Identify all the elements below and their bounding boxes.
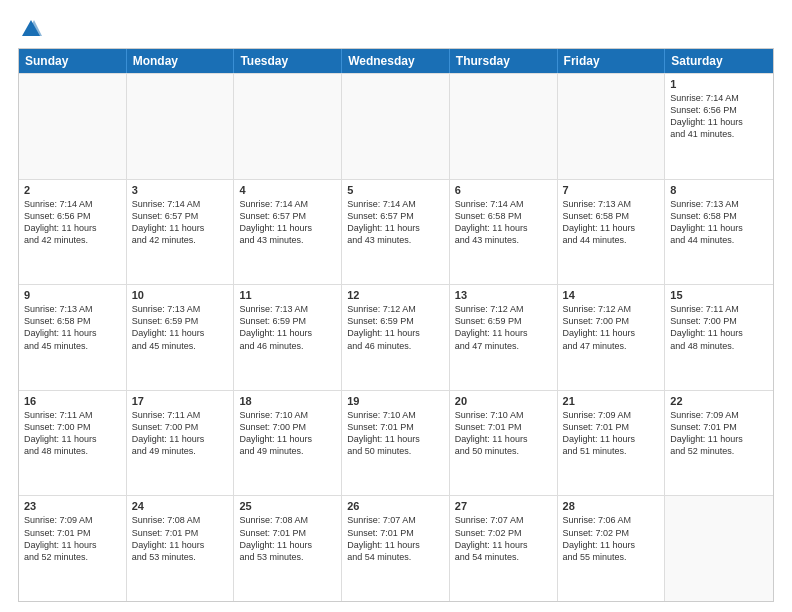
cell-info-line: Sunset: 7:00 PM — [670, 315, 768, 327]
day-number: 20 — [455, 395, 552, 407]
calendar-cell: 5Sunrise: 7:14 AMSunset: 6:57 PMDaylight… — [342, 180, 450, 285]
cell-info-line: Sunrise: 7:10 AM — [347, 409, 444, 421]
page: SundayMondayTuesdayWednesdayThursdayFrid… — [0, 0, 792, 612]
cell-info-line: and 45 minutes. — [24, 340, 121, 352]
calendar-header: SundayMondayTuesdayWednesdayThursdayFrid… — [19, 49, 773, 73]
cell-info-line: Daylight: 11 hours — [24, 433, 121, 445]
cell-info-line: Sunset: 7:02 PM — [455, 527, 552, 539]
calendar-cell — [450, 74, 558, 179]
day-number: 12 — [347, 289, 444, 301]
cell-info-line: Sunrise: 7:12 AM — [455, 303, 552, 315]
day-number: 19 — [347, 395, 444, 407]
calendar-cell: 23Sunrise: 7:09 AMSunset: 7:01 PMDayligh… — [19, 496, 127, 601]
calendar-week-2: 9Sunrise: 7:13 AMSunset: 6:58 PMDaylight… — [19, 284, 773, 390]
cell-info-line: Daylight: 11 hours — [239, 539, 336, 551]
cell-info-line: Daylight: 11 hours — [132, 222, 229, 234]
cell-info-line: Daylight: 11 hours — [455, 539, 552, 551]
cell-info-line: Sunset: 6:58 PM — [455, 210, 552, 222]
cell-info-line: Sunset: 7:00 PM — [239, 421, 336, 433]
logo-icon — [20, 18, 42, 40]
cell-info-line: Sunset: 6:59 PM — [455, 315, 552, 327]
day-number: 26 — [347, 500, 444, 512]
day-number: 1 — [670, 78, 768, 90]
cell-info-line: Daylight: 11 hours — [670, 222, 768, 234]
cell-info-line: Sunrise: 7:06 AM — [563, 514, 660, 526]
cell-info-line: Daylight: 11 hours — [24, 222, 121, 234]
day-number: 13 — [455, 289, 552, 301]
day-number: 10 — [132, 289, 229, 301]
cell-info-line: Daylight: 11 hours — [455, 222, 552, 234]
calendar-cell: 17Sunrise: 7:11 AMSunset: 7:00 PMDayligh… — [127, 391, 235, 496]
cell-info-line: Daylight: 11 hours — [563, 433, 660, 445]
calendar-week-4: 23Sunrise: 7:09 AMSunset: 7:01 PMDayligh… — [19, 495, 773, 601]
day-number: 25 — [239, 500, 336, 512]
day-number: 11 — [239, 289, 336, 301]
cell-info-line: Sunset: 6:59 PM — [132, 315, 229, 327]
day-number: 23 — [24, 500, 121, 512]
calendar-cell: 1Sunrise: 7:14 AMSunset: 6:56 PMDaylight… — [665, 74, 773, 179]
cell-info-line: Sunrise: 7:09 AM — [24, 514, 121, 526]
day-number: 18 — [239, 395, 336, 407]
cell-info-line: Sunrise: 7:09 AM — [670, 409, 768, 421]
calendar-cell: 8Sunrise: 7:13 AMSunset: 6:58 PMDaylight… — [665, 180, 773, 285]
cell-info-line: Sunrise: 7:11 AM — [24, 409, 121, 421]
day-header-friday: Friday — [558, 49, 666, 73]
calendar-week-0: 1Sunrise: 7:14 AMSunset: 6:56 PMDaylight… — [19, 73, 773, 179]
cell-info-line: Daylight: 11 hours — [132, 327, 229, 339]
cell-info-line: Sunrise: 7:08 AM — [239, 514, 336, 526]
calendar-cell: 9Sunrise: 7:13 AMSunset: 6:58 PMDaylight… — [19, 285, 127, 390]
cell-info-line: Sunrise: 7:14 AM — [132, 198, 229, 210]
cell-info-line: Daylight: 11 hours — [455, 433, 552, 445]
cell-info-line: and 46 minutes. — [347, 340, 444, 352]
cell-info-line: and 55 minutes. — [563, 551, 660, 563]
calendar-cell: 10Sunrise: 7:13 AMSunset: 6:59 PMDayligh… — [127, 285, 235, 390]
day-number: 4 — [239, 184, 336, 196]
cell-info-line: Sunset: 7:01 PM — [239, 527, 336, 539]
calendar-cell: 3Sunrise: 7:14 AMSunset: 6:57 PMDaylight… — [127, 180, 235, 285]
day-header-sunday: Sunday — [19, 49, 127, 73]
cell-info-line: and 52 minutes. — [24, 551, 121, 563]
calendar-cell: 12Sunrise: 7:12 AMSunset: 6:59 PMDayligh… — [342, 285, 450, 390]
cell-info-line: Daylight: 11 hours — [670, 327, 768, 339]
cell-info-line: and 43 minutes. — [239, 234, 336, 246]
day-number: 5 — [347, 184, 444, 196]
cell-info-line: Daylight: 11 hours — [347, 327, 444, 339]
cell-info-line: Sunrise: 7:14 AM — [347, 198, 444, 210]
day-number: 24 — [132, 500, 229, 512]
cell-info-line: Sunset: 7:02 PM — [563, 527, 660, 539]
cell-info-line: Sunrise: 7:08 AM — [132, 514, 229, 526]
calendar-week-1: 2Sunrise: 7:14 AMSunset: 6:56 PMDaylight… — [19, 179, 773, 285]
cell-info-line: and 50 minutes. — [455, 445, 552, 457]
cell-info-line: Sunset: 6:56 PM — [24, 210, 121, 222]
cell-info-line: and 42 minutes. — [24, 234, 121, 246]
cell-info-line: Daylight: 11 hours — [239, 327, 336, 339]
day-number: 21 — [563, 395, 660, 407]
day-number: 8 — [670, 184, 768, 196]
cell-info-line: Sunset: 7:01 PM — [24, 527, 121, 539]
calendar-cell: 18Sunrise: 7:10 AMSunset: 7:00 PMDayligh… — [234, 391, 342, 496]
cell-info-line: Sunset: 6:58 PM — [24, 315, 121, 327]
day-number: 17 — [132, 395, 229, 407]
cell-info-line: and 46 minutes. — [239, 340, 336, 352]
cell-info-line: and 53 minutes. — [239, 551, 336, 563]
cell-info-line: Sunrise: 7:14 AM — [670, 92, 768, 104]
cell-info-line: and 44 minutes. — [563, 234, 660, 246]
calendar: SundayMondayTuesdayWednesdayThursdayFrid… — [18, 48, 774, 602]
calendar-cell: 25Sunrise: 7:08 AMSunset: 7:01 PMDayligh… — [234, 496, 342, 601]
calendar-cell — [234, 74, 342, 179]
calendar-cell: 11Sunrise: 7:13 AMSunset: 6:59 PMDayligh… — [234, 285, 342, 390]
calendar-cell: 13Sunrise: 7:12 AMSunset: 6:59 PMDayligh… — [450, 285, 558, 390]
day-header-tuesday: Tuesday — [234, 49, 342, 73]
cell-info-line: Daylight: 11 hours — [347, 539, 444, 551]
cell-info-line: Daylight: 11 hours — [24, 539, 121, 551]
calendar-cell: 15Sunrise: 7:11 AMSunset: 7:00 PMDayligh… — [665, 285, 773, 390]
cell-info-line: Sunrise: 7:14 AM — [239, 198, 336, 210]
calendar-cell: 14Sunrise: 7:12 AMSunset: 7:00 PMDayligh… — [558, 285, 666, 390]
cell-info-line: Sunset: 7:01 PM — [670, 421, 768, 433]
cell-info-line: and 43 minutes. — [347, 234, 444, 246]
cell-info-line: and 47 minutes. — [455, 340, 552, 352]
day-number: 9 — [24, 289, 121, 301]
cell-info-line: and 45 minutes. — [132, 340, 229, 352]
calendar-cell — [19, 74, 127, 179]
cell-info-line: Sunrise: 7:10 AM — [455, 409, 552, 421]
